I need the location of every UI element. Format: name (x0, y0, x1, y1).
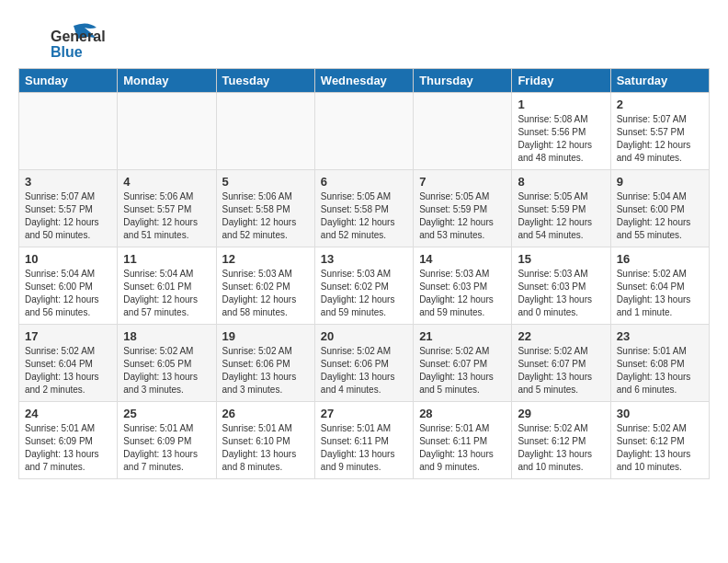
day-info: Sunrise: 5:03 AM Sunset: 6:02 PM Dayligh… (321, 268, 407, 319)
calendar-cell (19, 93, 118, 170)
header-row: SundayMondayTuesdayWednesdayThursdayFrid… (19, 69, 710, 93)
col-header-sunday: Sunday (19, 69, 118, 93)
day-number: 17 (25, 329, 111, 343)
day-info: Sunrise: 5:02 AM Sunset: 6:04 PM Dayligh… (25, 345, 111, 396)
day-number: 25 (123, 407, 210, 420)
calendar-cell: 14Sunrise: 5:03 AM Sunset: 6:03 PM Dayli… (414, 247, 512, 325)
day-info: Sunrise: 5:06 AM Sunset: 5:58 PM Dayligh… (222, 190, 309, 242)
day-number: 21 (419, 329, 506, 343)
calendar-cell: 19Sunrise: 5:02 AM Sunset: 6:06 PM Dayli… (216, 325, 314, 402)
header: General Blue (18, 18, 710, 64)
calendar-cell: 28Sunrise: 5:01 AM Sunset: 6:11 PM Dayli… (414, 402, 512, 479)
calendar-week-3: 10Sunrise: 5:04 AM Sunset: 6:00 PM Dayli… (19, 247, 710, 325)
calendar-cell: 22Sunrise: 5:02 AM Sunset: 6:07 PM Dayli… (512, 325, 610, 402)
day-number: 8 (518, 175, 604, 189)
day-info: Sunrise: 5:05 AM Sunset: 5:59 PM Dayligh… (419, 190, 506, 242)
day-info: Sunrise: 5:07 AM Sunset: 5:57 PM Dayligh… (25, 190, 111, 242)
day-number: 12 (222, 252, 309, 266)
day-info: Sunrise: 5:01 AM Sunset: 6:10 PM Dayligh… (222, 422, 309, 474)
calendar-cell: 6Sunrise: 5:05 AM Sunset: 5:58 PM Daylig… (314, 170, 413, 247)
day-info: Sunrise: 5:08 AM Sunset: 5:56 PM Dayligh… (518, 113, 604, 165)
day-info: Sunrise: 5:03 AM Sunset: 6:03 PM Dayligh… (518, 268, 604, 319)
calendar-cell: 15Sunrise: 5:03 AM Sunset: 6:03 PM Dayli… (512, 247, 610, 325)
day-number: 11 (123, 252, 210, 266)
calendar-cell: 26Sunrise: 5:01 AM Sunset: 6:10 PM Dayli… (216, 402, 314, 479)
day-number: 19 (222, 329, 309, 343)
day-info: Sunrise: 5:01 AM Sunset: 6:09 PM Dayligh… (123, 422, 210, 474)
day-number: 29 (518, 407, 604, 420)
day-info: Sunrise: 5:05 AM Sunset: 5:58 PM Dayligh… (321, 190, 407, 242)
day-info: Sunrise: 5:02 AM Sunset: 6:05 PM Dayligh… (123, 345, 210, 396)
calendar-cell (414, 93, 512, 170)
day-info: Sunrise: 5:01 AM Sunset: 6:11 PM Dayligh… (419, 422, 506, 474)
day-number: 6 (321, 175, 407, 189)
calendar-cell: 13Sunrise: 5:03 AM Sunset: 6:02 PM Dayli… (314, 247, 413, 325)
day-number: 30 (617, 407, 703, 420)
calendar-cell: 2Sunrise: 5:07 AM Sunset: 5:57 PM Daylig… (610, 93, 709, 170)
day-info: Sunrise: 5:02 AM Sunset: 6:12 PM Dayligh… (617, 422, 703, 474)
day-info: Sunrise: 5:03 AM Sunset: 6:02 PM Dayligh… (222, 268, 309, 319)
calendar-cell (314, 93, 413, 170)
day-info: Sunrise: 5:04 AM Sunset: 6:01 PM Dayligh… (123, 268, 210, 319)
day-info: Sunrise: 5:01 AM Sunset: 6:09 PM Dayligh… (25, 422, 111, 474)
logo: General Blue (18, 18, 119, 64)
day-number: 22 (518, 329, 604, 343)
day-number: 14 (419, 252, 506, 266)
calendar-cell: 1Sunrise: 5:08 AM Sunset: 5:56 PM Daylig… (512, 93, 610, 170)
svg-text:General: General (51, 29, 106, 44)
day-number: 16 (617, 252, 703, 266)
col-header-monday: Monday (118, 69, 216, 93)
day-number: 9 (617, 175, 703, 189)
calendar-cell: 25Sunrise: 5:01 AM Sunset: 6:09 PM Dayli… (118, 402, 216, 479)
day-info: Sunrise: 5:02 AM Sunset: 6:07 PM Dayligh… (419, 345, 506, 396)
calendar-cell: 7Sunrise: 5:05 AM Sunset: 5:59 PM Daylig… (414, 170, 512, 247)
day-number: 5 (222, 175, 309, 189)
day-info: Sunrise: 5:06 AM Sunset: 5:57 PM Dayligh… (123, 190, 210, 242)
day-number: 26 (222, 407, 309, 420)
col-header-thursday: Thursday (414, 69, 512, 93)
calendar-cell: 8Sunrise: 5:05 AM Sunset: 5:59 PM Daylig… (512, 170, 610, 247)
calendar-cell (216, 93, 314, 170)
calendar-cell: 20Sunrise: 5:02 AM Sunset: 6:06 PM Dayli… (314, 325, 413, 402)
day-number: 28 (419, 407, 506, 420)
day-number: 10 (25, 252, 111, 266)
day-number: 27 (321, 407, 407, 420)
day-number: 1 (518, 98, 604, 111)
calendar-cell: 18Sunrise: 5:02 AM Sunset: 6:05 PM Dayli… (118, 325, 216, 402)
calendar-week-5: 24Sunrise: 5:01 AM Sunset: 6:09 PM Dayli… (19, 402, 710, 479)
day-info: Sunrise: 5:03 AM Sunset: 6:03 PM Dayligh… (419, 268, 506, 319)
calendar-cell: 17Sunrise: 5:02 AM Sunset: 6:04 PM Dayli… (19, 325, 118, 402)
day-info: Sunrise: 5:07 AM Sunset: 5:57 PM Dayligh… (617, 113, 703, 165)
calendar-week-1: 1Sunrise: 5:08 AM Sunset: 5:56 PM Daylig… (19, 93, 710, 170)
day-number: 4 (123, 175, 210, 189)
calendar-cell: 27Sunrise: 5:01 AM Sunset: 6:11 PM Dayli… (314, 402, 413, 479)
calendar-cell: 23Sunrise: 5:01 AM Sunset: 6:08 PM Dayli… (610, 325, 709, 402)
day-number: 2 (617, 98, 703, 111)
day-number: 3 (25, 175, 111, 189)
calendar-week-2: 3Sunrise: 5:07 AM Sunset: 5:57 PM Daylig… (19, 170, 710, 247)
svg-text:Blue: Blue (51, 44, 83, 60)
calendar: SundayMondayTuesdayWednesdayThursdayFrid… (18, 68, 710, 479)
col-header-tuesday: Tuesday (216, 69, 314, 93)
calendar-cell: 5Sunrise: 5:06 AM Sunset: 5:58 PM Daylig… (216, 170, 314, 247)
calendar-cell: 21Sunrise: 5:02 AM Sunset: 6:07 PM Dayli… (414, 325, 512, 402)
day-info: Sunrise: 5:04 AM Sunset: 6:00 PM Dayligh… (25, 268, 111, 319)
calendar-cell: 10Sunrise: 5:04 AM Sunset: 6:00 PM Dayli… (19, 247, 118, 325)
calendar-cell: 12Sunrise: 5:03 AM Sunset: 6:02 PM Dayli… (216, 247, 314, 325)
calendar-cell: 29Sunrise: 5:02 AM Sunset: 6:12 PM Dayli… (512, 402, 610, 479)
day-info: Sunrise: 5:01 AM Sunset: 6:11 PM Dayligh… (321, 422, 407, 474)
calendar-cell: 16Sunrise: 5:02 AM Sunset: 6:04 PM Dayli… (610, 247, 709, 325)
calendar-cell: 3Sunrise: 5:07 AM Sunset: 5:57 PM Daylig… (19, 170, 118, 247)
day-info: Sunrise: 5:01 AM Sunset: 6:08 PM Dayligh… (617, 345, 703, 396)
day-number: 20 (321, 329, 407, 343)
col-header-wednesday: Wednesday (314, 69, 413, 93)
day-info: Sunrise: 5:02 AM Sunset: 6:06 PM Dayligh… (222, 345, 309, 396)
day-info: Sunrise: 5:05 AM Sunset: 5:59 PM Dayligh… (518, 190, 604, 242)
day-number: 18 (123, 329, 210, 343)
calendar-cell: 9Sunrise: 5:04 AM Sunset: 6:00 PM Daylig… (610, 170, 709, 247)
day-info: Sunrise: 5:02 AM Sunset: 6:06 PM Dayligh… (321, 345, 407, 396)
day-number: 24 (25, 407, 111, 420)
day-info: Sunrise: 5:02 AM Sunset: 6:04 PM Dayligh… (617, 268, 703, 319)
calendar-week-4: 17Sunrise: 5:02 AM Sunset: 6:04 PM Dayli… (19, 325, 710, 402)
calendar-cell: 4Sunrise: 5:06 AM Sunset: 5:57 PM Daylig… (118, 170, 216, 247)
